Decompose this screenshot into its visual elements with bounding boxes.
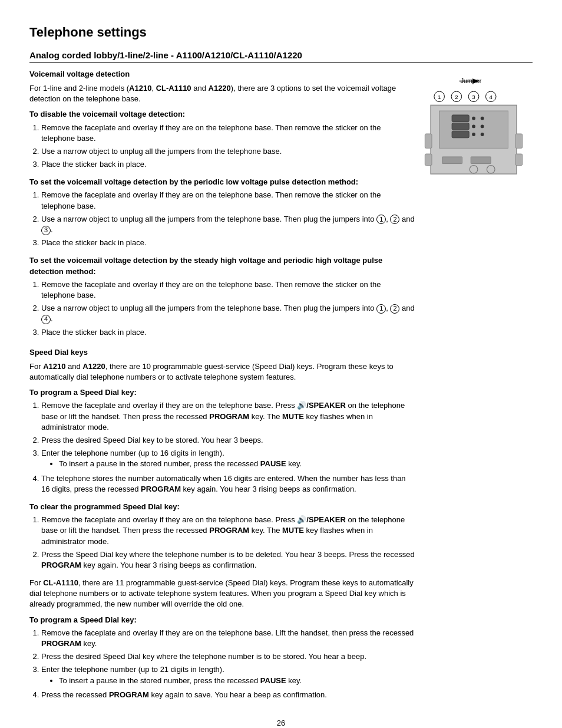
svg-rect-27 bbox=[452, 131, 469, 138]
svg-point-23 bbox=[472, 133, 475, 136]
program-sd-bullet: To insert a pause in the stored number, … bbox=[59, 459, 415, 469]
periodic-low-step-1: Remove the faceplate and overlay if they… bbox=[41, 190, 415, 211]
cl-program-sd-step-1: Remove the faceplate and overlay if they… bbox=[41, 628, 415, 649]
voicemail-intro: For 1-line and 2-line models (A1210, CL-… bbox=[29, 83, 415, 104]
jumper-diagram: Jumper 1 2 3 4 bbox=[424, 71, 527, 177]
clear-sd-heading: To clear the programmed Speed Dial key: bbox=[29, 502, 415, 512]
svg-text:Jumper: Jumper bbox=[461, 77, 482, 84]
svg-text:1: 1 bbox=[438, 94, 441, 100]
circle-1: 1 bbox=[376, 215, 386, 224]
svg-rect-33 bbox=[471, 157, 491, 164]
cl-program-sd-bullet: To insert a pause in the stored number, … bbox=[59, 676, 415, 686]
cl-program-sd-step-4: Press the recessed PROGRAM key again to … bbox=[41, 690, 415, 700]
page-layout: Telephone settings Analog corded lobby/1… bbox=[29, 24, 533, 700]
steady-high-subsection: To set the voicemail voltage detection b… bbox=[29, 255, 415, 337]
periodic-low-step-2: Use a narrow object to unplug all the ju… bbox=[41, 214, 415, 235]
clear-sd-step-1: Remove the faceplate and overlay if they… bbox=[41, 515, 415, 547]
page-title: Telephone settings bbox=[29, 24, 533, 42]
steady-high-steps: Remove the faceplate and overlay if they… bbox=[41, 279, 415, 338]
svg-point-20 bbox=[481, 124, 484, 128]
section-subtitle: Analog corded lobby/1-line/2-line - A110… bbox=[29, 49, 533, 63]
cl-program-sd-steps: Remove the faceplate and overlay if they… bbox=[41, 628, 415, 700]
cl-a1110-intro: For CL-A1110, there are 11 programmable … bbox=[29, 578, 415, 610]
diagram-area: Jumper 1 2 3 4 bbox=[424, 71, 533, 180]
circle-3: 3 bbox=[41, 226, 51, 235]
clear-sd-step-2: Press the Speed Dial key where the telep… bbox=[41, 549, 415, 571]
disable-step-2: Use a narrow object to unplug all the ju… bbox=[41, 146, 415, 157]
page-number: 26 bbox=[29, 718, 533, 728]
periodic-low-steps: Remove the faceplate and overlay if they… bbox=[41, 190, 415, 248]
clear-speed-dial: To clear the programmed Speed Dial key: … bbox=[29, 502, 415, 571]
cl-program-sd-step-3: Enter the telephone number (up to 21 dig… bbox=[41, 664, 415, 686]
steady-high-step-3: Place the sticker back in place. bbox=[41, 327, 415, 338]
clear-sd-steps: Remove the faceplate and overlay if they… bbox=[41, 515, 415, 571]
disable-step-1: Remove the faceplate and overlay if they… bbox=[41, 123, 415, 144]
cl-program-speed-dial: To program a Speed Dial key: Remove the … bbox=[29, 615, 415, 700]
program-sd-step-2: Press the desired Speed Dial key to be s… bbox=[41, 435, 415, 446]
disable-step-3: Place the sticker back in place. bbox=[41, 159, 415, 170]
program-sd-step-3: Enter the telephone number (up to 16 dig… bbox=[41, 448, 415, 469]
circle-1b: 1 bbox=[376, 304, 386, 314]
svg-rect-28 bbox=[425, 134, 432, 148]
svg-rect-31 bbox=[515, 154, 523, 165]
svg-text:2: 2 bbox=[455, 94, 458, 100]
svg-point-16 bbox=[481, 117, 484, 120]
disable-steps: Remove the faceplate and overlay if they… bbox=[41, 123, 415, 170]
voicemail-section: Voicemail voltage detection For 1-line a… bbox=[29, 69, 415, 338]
circle-2b: 2 bbox=[390, 304, 399, 314]
steady-high-step-1: Remove the faceplate and overlay if they… bbox=[41, 279, 415, 301]
svg-rect-26 bbox=[452, 123, 469, 130]
periodic-low-subsection: To set the voicemail voltage detection b… bbox=[29, 177, 415, 248]
disable-subsection: To disable the voicemail voltage detecti… bbox=[29, 109, 415, 170]
svg-point-24 bbox=[481, 133, 484, 136]
svg-text:4: 4 bbox=[490, 94, 493, 100]
program-speed-dial: To program a Speed Dial key: Remove the … bbox=[29, 387, 415, 495]
svg-rect-25 bbox=[452, 115, 469, 122]
voicemail-heading: Voicemail voltage detection bbox=[29, 69, 415, 80]
cl-program-sd-heading: To program a Speed Dial key: bbox=[29, 615, 415, 625]
program-sd-step-4: The telephone stores the number automati… bbox=[41, 473, 415, 495]
circle-2: 2 bbox=[390, 215, 399, 224]
speed-dial-intro: For A1210 and A1220, there are 10 progra… bbox=[29, 361, 415, 383]
program-sd-step-1: Remove the faceplate and overlay if they… bbox=[41, 400, 415, 433]
periodic-low-step-3: Place the sticker back in place. bbox=[41, 238, 415, 248]
program-sd-bullet-1: To insert a pause in the stored number, … bbox=[59, 459, 415, 469]
steady-high-step-2: Use a narrow object to unplug all the ju… bbox=[41, 303, 415, 324]
cl-program-sd-step-2: Press the desired Speed Dial key where t… bbox=[41, 651, 415, 662]
svg-text:3: 3 bbox=[472, 94, 475, 100]
svg-point-15 bbox=[472, 117, 475, 120]
disable-heading: To disable the voicemail voltage detecti… bbox=[29, 109, 415, 120]
speed-dial-heading: Speed Dial keys bbox=[29, 347, 415, 358]
speed-dial-section: Speed Dial keys For A1210 and A1220, the… bbox=[29, 347, 415, 700]
program-sd-steps: Remove the faceplate and overlay if they… bbox=[41, 400, 415, 495]
svg-rect-12 bbox=[439, 111, 508, 148]
svg-rect-29 bbox=[425, 154, 432, 165]
steady-high-heading: To set the voicemail voltage detection b… bbox=[29, 255, 415, 276]
cl-program-sd-bullet-1: To insert a pause in the stored number, … bbox=[59, 676, 415, 686]
circle-4: 4 bbox=[41, 315, 51, 324]
program-sd-heading: To program a Speed Dial key: bbox=[29, 387, 415, 398]
periodic-low-heading: To set the voicemail voltage detection b… bbox=[29, 177, 415, 187]
svg-rect-30 bbox=[515, 134, 523, 148]
svg-point-19 bbox=[472, 124, 475, 128]
svg-rect-32 bbox=[442, 157, 462, 164]
